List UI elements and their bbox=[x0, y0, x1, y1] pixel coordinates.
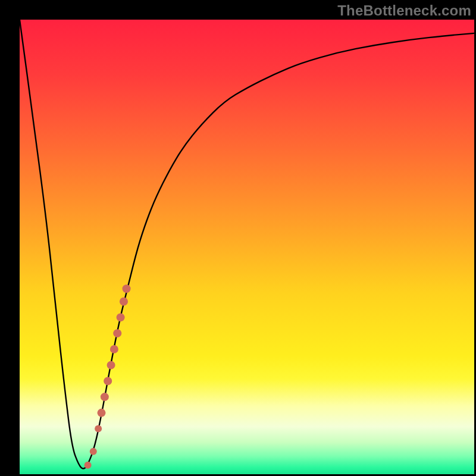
data-marker bbox=[107, 361, 115, 369]
data-marker bbox=[104, 377, 112, 385]
data-marker bbox=[120, 298, 128, 306]
chart-svg bbox=[20, 20, 474, 474]
data-marker bbox=[113, 329, 121, 337]
data-marker bbox=[101, 393, 109, 401]
data-marker bbox=[95, 425, 102, 433]
data-marker bbox=[123, 284, 131, 293]
outer-frame: TheBottleneck.com bbox=[0, 0, 476, 476]
data-marker bbox=[90, 448, 97, 455]
data-marker bbox=[117, 313, 125, 321]
plot-area bbox=[20, 20, 474, 474]
data-marker bbox=[98, 409, 106, 417]
data-marker bbox=[110, 345, 118, 353]
data-marker bbox=[84, 462, 92, 469]
watermark-text: TheBottleneck.com bbox=[337, 2, 471, 19]
